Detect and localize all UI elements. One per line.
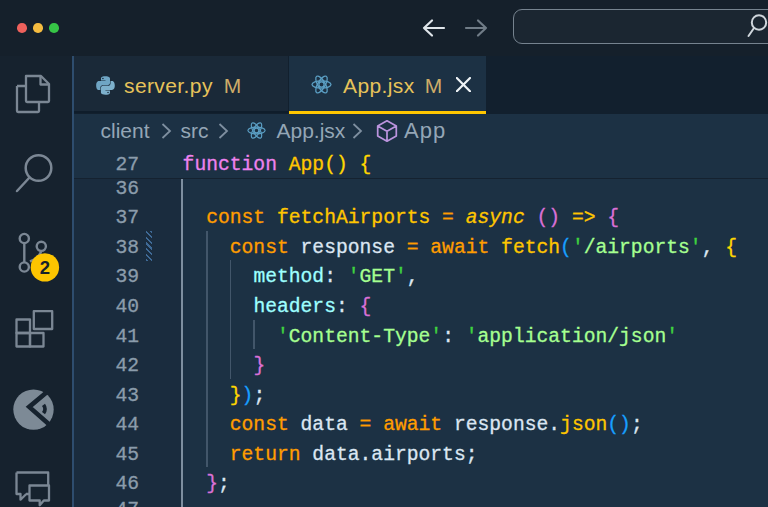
- svg-text:2: 2: [40, 257, 50, 278]
